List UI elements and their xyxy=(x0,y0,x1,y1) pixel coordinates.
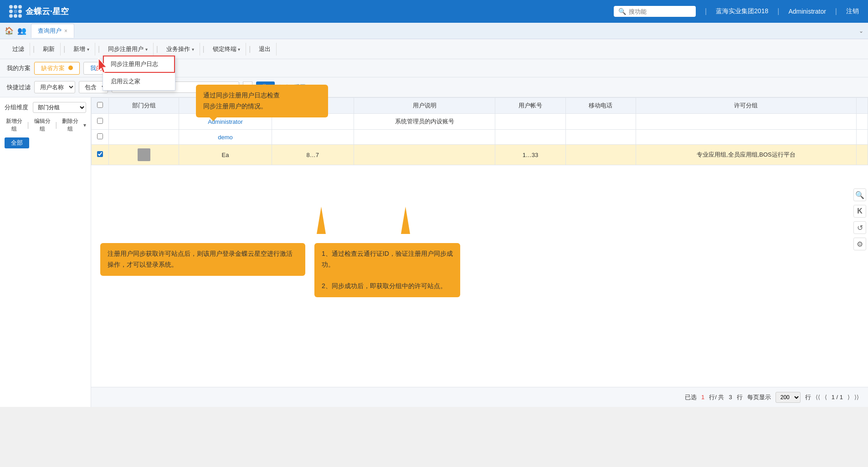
refresh-button[interactable]: 刷新 xyxy=(37,43,61,56)
lock-terminal-button[interactable]: 锁定终端 ▾ xyxy=(207,43,247,56)
sidebar-more-icon[interactable]: ▾ xyxy=(83,122,86,128)
new-button[interactable]: 新增 ▾ xyxy=(68,43,95,56)
row1-account xyxy=(495,114,565,130)
home-icon[interactable]: 🏠 xyxy=(5,26,14,35)
filter-button[interactable]: 过滤 xyxy=(7,43,30,56)
page-size-select[interactable]: 200 xyxy=(776,392,801,403)
tabbar-collapse[interactable]: ⌄ xyxy=(859,28,863,34)
header-divider2: | xyxy=(777,7,779,15)
col-phone: 移动电话 xyxy=(565,98,636,114)
row3-license: 专业应用组,全员应用组,BOS运行平台 xyxy=(636,145,856,165)
header-divider: | xyxy=(705,7,707,15)
row2-dept xyxy=(109,130,179,145)
sync-log-item[interactable]: 同步注册用户日志 xyxy=(103,56,175,73)
tabbar-icons: 🏠 👥 xyxy=(5,26,26,35)
right-icon-search[interactable]: 🔍 xyxy=(853,188,866,201)
row2-account xyxy=(495,130,565,145)
logo: 金蝶云·星空 xyxy=(9,5,69,18)
tooltip-bottom-right: 1、通过检查云通行证ID，验证注册用户同步成功。 2、同步成功后，即获取分组中的… xyxy=(314,243,460,297)
exit-button[interactable]: 退出 xyxy=(253,43,277,56)
total-unit: 行 xyxy=(737,393,743,401)
row1-checkbox-cell[interactable] xyxy=(92,114,109,130)
tooltip-bottom-left: 注册用户同步获取许可站点后，则该用户登录金蝶云星空进行激活操作，才可以登录系统。 xyxy=(100,243,305,276)
delete-group-button[interactable]: 删除分组 xyxy=(61,117,80,133)
logo-dots xyxy=(9,5,22,18)
col-desc: 用户说明 xyxy=(354,98,495,114)
sidebar-group-label: 分组维度 xyxy=(5,103,28,112)
row1-phone xyxy=(565,114,636,130)
sync-dropdown-menu: 同步注册用户日志 启用云之家 xyxy=(103,56,175,91)
search-icon: 🔍 xyxy=(618,8,626,15)
lock-dropdown-arrow: ▾ xyxy=(238,47,240,52)
header-checkbox-cell[interactable] xyxy=(92,98,109,114)
user-name[interactable]: Administrator xyxy=(788,8,826,15)
page-row-label: 行 xyxy=(805,393,811,401)
all-group-button[interactable]: 全部 xyxy=(5,137,29,148)
selected-prefix: 已选 xyxy=(685,393,697,401)
prev-page-button[interactable]: ⟨ xyxy=(825,394,827,401)
row3-name[interactable]: Ea xyxy=(179,145,272,165)
tab-label: 查询用户 xyxy=(38,27,62,35)
table-row: Ea 8…7 1…33 专业应用组,全员应用组,BOS运行平台 xyxy=(92,145,868,165)
row3-checkbox[interactable] xyxy=(97,151,103,157)
first-page-button[interactable]: ⟨⟨ xyxy=(816,394,820,401)
biz-dropdown-arrow: ▾ xyxy=(192,47,194,52)
users-icon[interactable]: 👥 xyxy=(17,26,26,35)
row2-cloud-id xyxy=(272,130,354,145)
orange-dot xyxy=(68,66,73,70)
scheme-label: 我的方案 xyxy=(7,64,31,72)
business-ops-button[interactable]: 业务操作 ▾ xyxy=(161,43,200,56)
filter-field-select[interactable]: 用户名称 xyxy=(34,81,75,93)
page-size-label: 每页显示 xyxy=(747,393,771,401)
row3-dept xyxy=(109,145,179,165)
tooltip-arrow-left xyxy=(317,207,326,234)
sidebar-group-row: 分组维度 部门分组 xyxy=(5,102,86,113)
tooltip-bottom-left-text: 注册用户同步获取许可站点后，则该用户登录金蝶云星空进行激活操作，才可以登录系统。 xyxy=(108,250,293,268)
row2-license xyxy=(636,130,856,145)
svg-marker-0 xyxy=(317,207,326,234)
header-search[interactable]: 🔍 xyxy=(614,6,696,17)
select-all-checkbox[interactable] xyxy=(97,102,103,108)
edit-group-button[interactable]: 编辑分组 xyxy=(33,117,52,133)
row2-checkbox-cell[interactable] xyxy=(92,130,109,145)
tabbar: 🏠 👥 查询用户 × ⌄ xyxy=(0,23,868,39)
logout-button[interactable]: 注销 xyxy=(846,7,859,15)
right-icons: 🔍 K ↺ ⚙ xyxy=(853,188,866,250)
logo-text: 金蝶云·星空 xyxy=(26,6,69,17)
row2-name[interactable]: demo xyxy=(179,130,272,145)
row3-account: 1…33 xyxy=(495,145,565,165)
sync-register-button[interactable]: 同步注册用户 ▾ xyxy=(103,43,154,56)
page-info: 1 / 1 xyxy=(832,394,843,401)
add-group-button[interactable]: 新增分组 xyxy=(5,117,24,133)
tooltip-bottom-right-text2: 2、同步成功后，即获取分组中的许可站点。 xyxy=(322,282,447,289)
col-account: 用户帐号 xyxy=(495,98,565,114)
row2-desc xyxy=(354,130,495,145)
tab-close-icon[interactable]: × xyxy=(64,28,67,34)
query-user-tab[interactable]: 查询用户 × xyxy=(31,24,74,38)
row-unit: 行/ 共 xyxy=(709,393,724,401)
sidebar: 分组维度 部门分组 新增分组 | 编辑分组 | 删除分组 ▾ 全部 xyxy=(0,97,91,407)
row1-checkbox[interactable] xyxy=(97,118,103,124)
header-divider3: | xyxy=(835,7,837,15)
search-input[interactable] xyxy=(629,8,693,15)
default-scheme-button[interactable]: 缺省方案 xyxy=(34,62,80,75)
total-count: 3 xyxy=(729,394,732,401)
row2-checkbox[interactable] xyxy=(97,133,103,139)
row3-phone xyxy=(565,145,636,165)
right-icon-k[interactable]: K xyxy=(853,205,866,218)
row3-desc xyxy=(354,145,495,165)
row3-checkbox-cell[interactable] xyxy=(92,145,109,165)
tooltip-top-text: 通过同步注册用户日志检查同步注册用户的情况。 xyxy=(203,91,280,110)
sidebar-group-select[interactable]: 部门分组 xyxy=(33,102,86,113)
next-page-button[interactable]: ⟩ xyxy=(847,394,850,401)
col-license: 许可分组 xyxy=(636,98,856,114)
selected-count: 1 xyxy=(701,394,704,401)
last-page-button[interactable]: ⟩⟩ xyxy=(854,394,859,401)
sidebar-actions: 新增分组 | 编辑分组 | 删除分组 ▾ xyxy=(5,117,86,133)
row1-dept xyxy=(109,114,179,130)
enable-cloud-item[interactable]: 启用云之家 xyxy=(103,73,175,90)
right-icon-refresh[interactable]: ↺ xyxy=(853,221,866,234)
toolbar: 过滤 | 刷新 | 新增 ▾ | 同步注册用户 ▾ 同步注册用户日志 启用云之家… xyxy=(0,39,868,59)
new-dropdown-arrow: ▾ xyxy=(87,47,89,52)
right-icon-settings[interactable]: ⚙ xyxy=(853,238,866,250)
